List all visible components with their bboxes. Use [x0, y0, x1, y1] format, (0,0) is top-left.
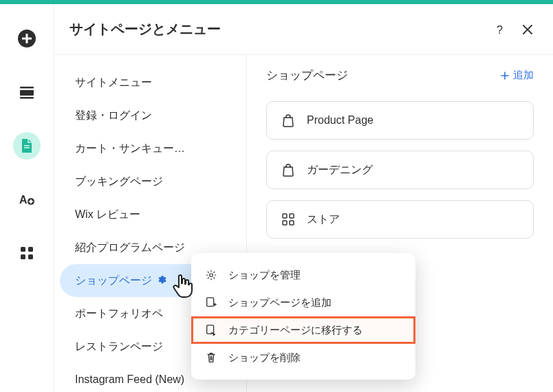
sidebar-item-settings-button[interactable] — [156, 274, 166, 287]
ctx-item-add-shop-page[interactable]: ショップページを追加 — [191, 289, 415, 316]
apps-grid-icon — [19, 246, 34, 261]
svg-rect-13 — [28, 254, 33, 259]
rail-apps-button[interactable] — [13, 239, 41, 267]
page-card-product[interactable]: Product Page — [266, 101, 534, 140]
page-card-label: Product Page — [307, 114, 373, 127]
page-card-gardening[interactable]: ガーデニング — [266, 151, 534, 189]
svg-rect-10 — [21, 247, 25, 252]
close-button[interactable] — [517, 19, 538, 40]
plus-circle-icon — [17, 28, 37, 49]
ctx-item-label: カテゴリーページに移行する — [228, 324, 362, 337]
main-header: ショップページ 追加 — [266, 67, 534, 83]
context-menu: ショップを管理 ショップページを追加 カテゴリーページに移行する ショップを削除 — [191, 253, 415, 380]
rail-add-button[interactable] — [13, 25, 41, 52]
svg-rect-18 — [290, 221, 294, 225]
page-icon — [19, 138, 34, 153]
svg-rect-4 — [20, 90, 34, 96]
svg-rect-20 — [207, 298, 214, 307]
svg-rect-5 — [20, 97, 34, 99]
ctx-item-delete-shop[interactable]: ショップを削除 — [191, 344, 415, 371]
gear-icon — [205, 269, 217, 281]
tool-rail: A — [0, 4, 54, 392]
sidebar-item-label: レストランページ — [75, 340, 163, 354]
sidebar-item-signup-login[interactable]: 登録・ログイン — [60, 99, 241, 132]
sections-icon — [18, 83, 36, 101]
bag-icon — [282, 163, 294, 177]
add-page-label: 追加 — [513, 69, 534, 82]
sidebar-item-label: Wix レビュー — [75, 208, 140, 222]
svg-rect-12 — [21, 254, 25, 259]
bag-icon — [282, 113, 294, 127]
gear-icon — [156, 274, 166, 285]
trash-icon — [205, 351, 217, 364]
panel-title: サイトページとメニュー — [69, 20, 483, 39]
help-button[interactable]: ? — [490, 19, 510, 40]
svg-rect-6 — [24, 145, 30, 146]
sidebar-item-site-menu[interactable]: サイトメニュー — [60, 66, 241, 99]
add-page-icon — [205, 296, 217, 309]
panel-header: サイトページとメニュー ? — [54, 4, 553, 55]
ctx-item-migrate-category[interactable]: カテゴリーページに移行する — [191, 316, 415, 344]
ctx-item-manage-shop[interactable]: ショップを管理 — [191, 261, 415, 289]
sidebar-item-label: 紹介プログラムページ — [75, 241, 185, 255]
help-icon: ? — [494, 23, 506, 36]
close-icon — [522, 24, 533, 35]
svg-text:?: ? — [497, 24, 503, 36]
sidebar-item-label: ショップページ — [75, 274, 152, 288]
rail-design-button[interactable]: A — [13, 186, 41, 213]
plus-icon — [501, 72, 509, 80]
ctx-item-label: ショップを削除 — [228, 351, 301, 364]
sidebar-item-label: Instagram Feed (New) — [75, 373, 184, 386]
ctx-item-label: ショップを管理 — [228, 269, 301, 282]
svg-rect-15 — [283, 214, 287, 218]
rail-sections-button[interactable] — [13, 78, 41, 106]
svg-rect-17 — [283, 221, 287, 225]
svg-rect-2 — [26, 34, 28, 43]
sidebar-item-label: ポートフォリオペ — [75, 307, 163, 321]
section-title: ショップページ — [266, 67, 501, 83]
sidebar-item-wix-reviews[interactable]: Wix レビュー — [60, 198, 241, 231]
svg-rect-3 — [20, 87, 34, 89]
page-card-label: ストア — [307, 213, 340, 227]
svg-point-19 — [210, 274, 213, 277]
page-card-store[interactable]: ストア — [266, 200, 534, 239]
svg-rect-16 — [290, 214, 294, 218]
design-icon: A — [18, 190, 36, 208]
sidebar-item-booking[interactable]: ブッキングページ — [60, 165, 241, 198]
sidebar-item-label: サイトメニュー — [75, 76, 152, 90]
page-card-label: ガーデニング — [307, 163, 373, 177]
svg-text:A: A — [19, 194, 28, 206]
add-page-link[interactable]: 追加 — [501, 69, 534, 82]
ctx-item-label: ショップページを追加 — [228, 296, 332, 309]
grid-icon — [282, 213, 294, 226]
svg-rect-7 — [24, 147, 30, 149]
rail-pages-button[interactable] — [13, 132, 41, 160]
sidebar-item-label: カート・サンキュー… — [75, 142, 185, 156]
sidebar-item-label: ブッキングページ — [75, 175, 163, 189]
svg-rect-11 — [28, 247, 33, 252]
migrate-icon — [205, 324, 217, 336]
sidebar-item-label: 登録・ログイン — [75, 109, 152, 123]
sidebar-item-cart-thankyou[interactable]: カート・サンキュー… — [60, 132, 241, 165]
